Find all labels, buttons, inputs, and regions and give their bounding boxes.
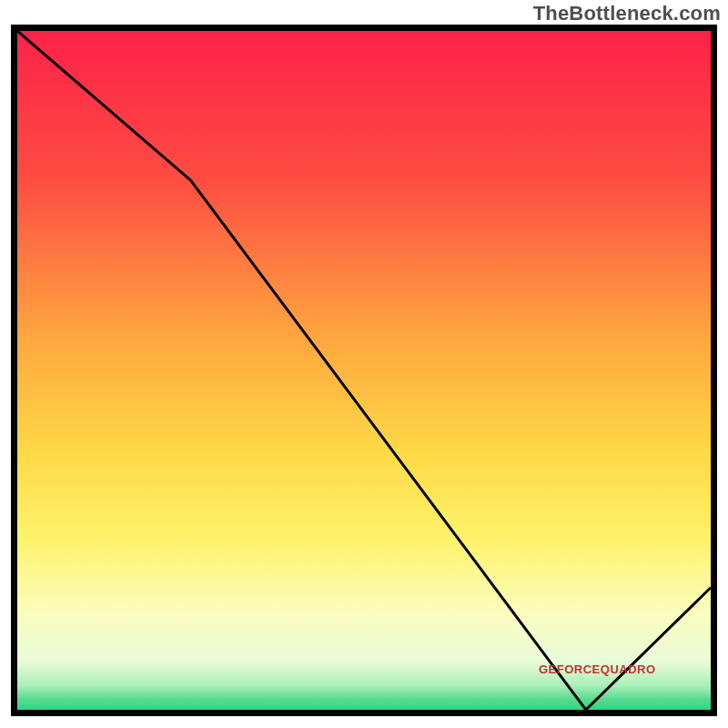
chart-stage: TheBottleneck.com GEFORCEQUADRO xyxy=(0,0,728,728)
bottleneck-chart: GEFORCEQUADRO xyxy=(0,0,728,728)
marker-label: GEFORCEQUADRO xyxy=(539,662,656,676)
plot-background xyxy=(17,31,711,710)
